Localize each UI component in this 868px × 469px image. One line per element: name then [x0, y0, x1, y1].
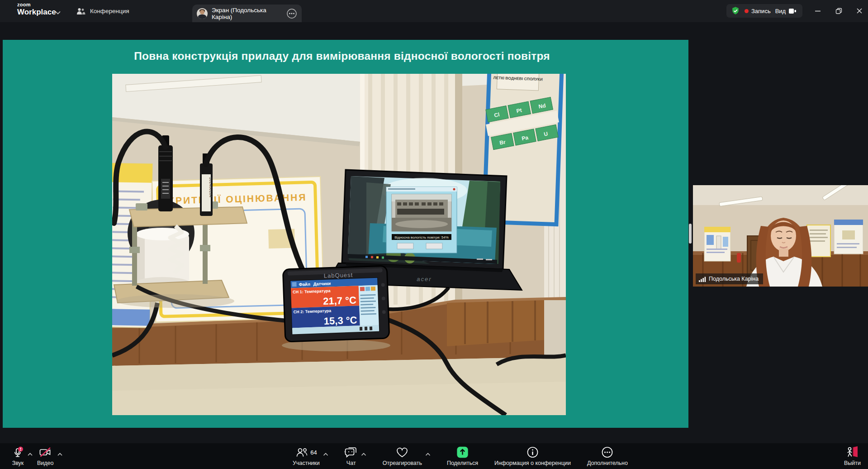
svg-text:Pa: Pa	[521, 134, 529, 142]
view-button[interactable]: Вид	[775, 8, 797, 14]
view-label: Вид	[775, 8, 786, 14]
audio-button[interactable]: Звук	[12, 443, 24, 466]
record-dot-icon	[745, 9, 749, 13]
pip-left-poster	[704, 227, 730, 261]
brand-line2: Workplace	[17, 8, 56, 16]
leave-button[interactable]: Выйти	[844, 443, 861, 466]
tab-screen-share[interactable]: Экран (Подольська Каріна)	[192, 5, 302, 22]
chat-options-chevron[interactable]	[361, 450, 366, 466]
people-icon	[76, 7, 86, 15]
laptop-app-window: Відносна вологість повітря: 54%	[386, 187, 457, 253]
participant-avatar	[197, 8, 208, 19]
video-options-chevron[interactable]	[57, 450, 62, 466]
react-button[interactable]: Отреагировать	[383, 443, 422, 466]
recording-label: Запись	[751, 8, 771, 14]
camera-off-icon	[38, 446, 52, 458]
close-button[interactable]	[852, 4, 867, 18]
microphone-muted-icon	[12, 446, 24, 459]
ch1-value: 21,7 °C	[323, 294, 357, 307]
meeting-toolbar: Звук Видео	[0, 443, 868, 469]
recording-indicator[interactable]: Запись	[745, 8, 771, 14]
participants-options-chevron[interactable]	[323, 450, 328, 466]
more-ellipsis-icon	[602, 446, 613, 458]
ch2-value: 15,3 °C	[323, 314, 357, 327]
tab-screen-share-label: Экран (Подольська Каріна)	[212, 7, 282, 20]
view-layout-icon	[788, 8, 797, 14]
share-screen-icon	[456, 446, 469, 459]
share-button[interactable]: Поделиться	[447, 443, 478, 466]
laptop-brand: acer	[417, 276, 432, 282]
tab-conference[interactable]: Конференция	[76, 0, 129, 22]
participant-video-tile[interactable]: Подольська Каріна	[693, 185, 868, 287]
labquest-device: LabQuest Файл Датчики CH 1: Температура …	[283, 266, 389, 342]
participant-name-tag: Подольська Каріна	[696, 273, 763, 284]
svg-text:Файл: Файл	[299, 282, 310, 287]
participants-count: 64	[310, 449, 317, 456]
participant-name: Подольська Каріна	[709, 276, 759, 282]
participant-webcam-feed	[693, 185, 868, 287]
classroom-photo: КРИТЕРІЇ ОЦІНЮВАННЯ ЛЕТКІ ВОДНЕВІ СПОЛУК…	[112, 74, 566, 415]
security-shield-icon[interactable]	[731, 6, 740, 16]
shared-screen-slide: Повна конструкція приладу для вимірюванн…	[3, 40, 688, 428]
participants-button[interactable]: 64 Участники	[293, 443, 320, 466]
heart-icon	[396, 447, 408, 458]
meeting-info-button[interactable]: Информация о конференции	[494, 443, 571, 466]
brand-line1: zoom	[17, 2, 56, 7]
scrollbar-thumb[interactable]	[689, 224, 692, 244]
audio-options-chevron[interactable]	[28, 450, 33, 466]
slide-title: Повна конструкція приладу для вимірюванн…	[3, 50, 681, 62]
info-icon	[526, 446, 538, 458]
humidity-caption: Відносна вологість повітря: 54%	[394, 235, 449, 239]
tab-options-ellipsis-icon[interactable]	[286, 8, 297, 19]
react-options-chevron[interactable]	[426, 450, 431, 466]
restore-button[interactable]	[831, 4, 846, 18]
more-button[interactable]: Дополнительно	[587, 443, 628, 466]
workspace-chevron-down-icon[interactable]	[55, 8, 62, 14]
slide-photo: КРИТЕРІЇ ОЦІНЮВАННЯ ЛЕТКІ ВОДНЕВІ СПОЛУК…	[112, 74, 566, 415]
participants-icon	[295, 447, 308, 458]
probe-serial: 101480104	[209, 177, 213, 197]
zoom-window: zoom Workplace Конференция Экран (Подоль…	[0, 0, 868, 469]
video-button[interactable]: Видео	[37, 443, 54, 466]
meeting-status-pill: Запись Вид	[726, 4, 802, 18]
zoom-workplace-logo: zoom Workplace	[17, 2, 56, 16]
chat-icon	[345, 446, 358, 458]
labquest-brand: LabQuest	[324, 272, 353, 279]
leave-door-icon	[845, 446, 859, 459]
chat-button[interactable]: Чат	[345, 443, 358, 466]
tab-conference-label: Конференция	[90, 8, 129, 14]
window-titlebar: zoom Workplace Конференция Экран (Подоль…	[0, 0, 868, 22]
signal-bars-icon	[699, 276, 706, 282]
svg-text:Датчики: Датчики	[313, 281, 331, 286]
minimize-button[interactable]	[811, 4, 825, 18]
pip-right-posters	[807, 220, 863, 257]
svg-text:Nd: Nd	[538, 102, 546, 110]
